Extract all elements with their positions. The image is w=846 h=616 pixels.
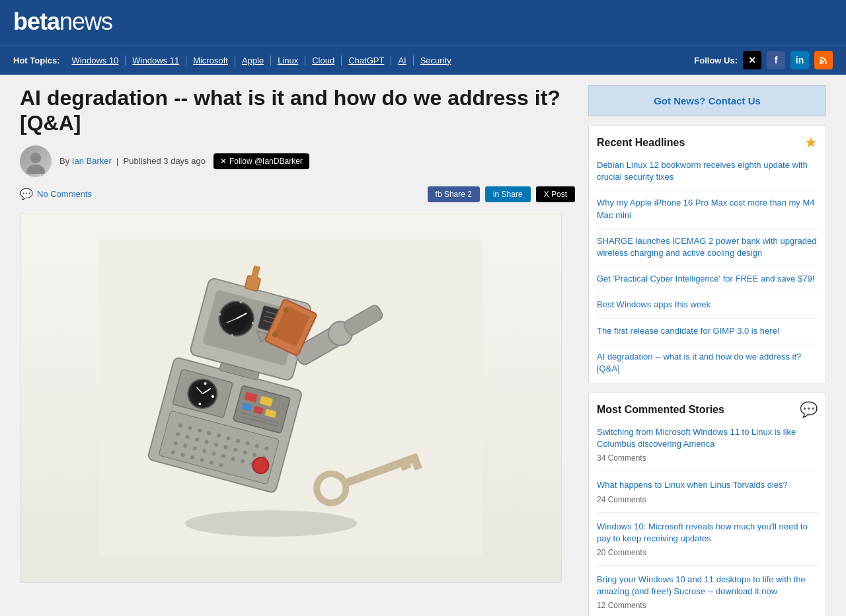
svg-point-1	[30, 153, 41, 163]
recent-headline-3[interactable]: Get 'Practical Cyber Intelligence' for F…	[597, 273, 818, 292]
recent-headline-5[interactable]: The first release candidate for GIMP 3.0…	[597, 325, 818, 344]
article-meta: By Ian Barker | Published 3 days ago ✕ F…	[20, 145, 575, 177]
commented-story-link-2[interactable]: Windows 10: Microsoft reveals how much y…	[597, 521, 818, 545]
most-commented-header: Most Commented Stories 💬	[597, 401, 818, 418]
recent-headline-6[interactable]: AI degradation -- what is it and how do …	[597, 351, 818, 375]
logo-bold: beta	[13, 8, 59, 35]
most-commented-section: Most Commented Stories 💬 Switching from …	[588, 393, 826, 616]
nav-link-security[interactable]: Security	[414, 56, 458, 65]
recent-headlines-section: Recent Headlines ★ Debian Linux 12 bookw…	[588, 126, 826, 383]
nav-link-cloud[interactable]: Cloud	[305, 56, 342, 65]
recent-headline-1[interactable]: Why my Apple iPhone 16 Pro Max cost more…	[597, 197, 818, 228]
got-news-link[interactable]: Got News? Contact Us	[654, 95, 761, 106]
facebook-social-icon[interactable]: f	[767, 51, 785, 69]
twitter-social-icon[interactable]: ✕	[743, 51, 761, 69]
svg-point-0	[820, 61, 822, 64]
comment-icon: 💬	[20, 188, 33, 200]
follow-us-section: Follow Us: ✕ f in	[694, 51, 833, 69]
commented-story-link-1[interactable]: What happens to Linux when Linus Torvald…	[597, 479, 818, 491]
nav-link-apple[interactable]: Apple	[235, 56, 271, 65]
nav-link-linux[interactable]: Linux	[271, 56, 305, 65]
recent-headlines-title: Recent Headlines	[597, 137, 685, 149]
author-info: By Ian Barker | Published 3 days ago	[59, 156, 206, 166]
published-date: Published 3 days ago	[124, 156, 206, 166]
hot-topics-label: Hot Topics:	[13, 56, 60, 65]
linkedin-social-icon[interactable]: in	[790, 51, 809, 69]
twitter-x-icon: ✕	[220, 157, 227, 166]
commented-story-link-0[interactable]: Switching from Microsoft Windows 11 to L…	[597, 426, 818, 450]
nav-link-chatgpt[interactable]: ChatGPT	[342, 56, 391, 65]
comment-count-0: 34 Comments	[597, 453, 646, 463]
recent-headline-0[interactable]: Debian Linux 12 bookworm receives eighth…	[597, 159, 818, 190]
comments-link[interactable]: 💬 No Comments	[20, 188, 92, 200]
comments-label: No Comments	[37, 189, 92, 199]
linkedin-share-button[interactable]: in Share	[485, 186, 531, 202]
commented-story-3: Bring your Windows 10 and 11 desktops to…	[597, 574, 818, 610]
got-news-box: Got News? Contact Us	[588, 85, 826, 116]
recent-headline-4[interactable]: Best Windows apps this week	[597, 299, 818, 318]
author-link[interactable]: Ian Barker	[72, 156, 112, 166]
robot-illustration	[20, 213, 561, 582]
author-avatar	[20, 145, 52, 177]
logo-normal: news	[59, 8, 112, 35]
svg-rect-79	[245, 275, 260, 291]
commented-story-1: What happens to Linux when Linus Torvald…	[597, 479, 818, 512]
commented-story-link-3[interactable]: Bring your Windows 10 and 11 desktops to…	[597, 574, 818, 597]
comment-count-3: 12 Comments	[597, 601, 646, 610]
comment-count-1: 24 Comments	[597, 495, 646, 504]
sidebar: Got News? Contact Us Recent Headlines ★ …	[588, 85, 826, 616]
commented-story-2: Windows 10: Microsoft reveals how much y…	[597, 521, 818, 566]
x-post-button[interactable]: X Post	[536, 186, 575, 202]
article-area: AI degradation -- what is it and how do …	[20, 85, 575, 616]
nav-link-windows11[interactable]: Windows 11	[126, 56, 186, 65]
svg-point-4	[185, 510, 357, 537]
follow-us-label: Follow Us:	[694, 56, 738, 65]
svg-point-2	[26, 165, 45, 174]
article-title: AI degradation -- what is it and how do …	[20, 85, 575, 136]
twitter-follow-label: Follow @IanDBarker	[229, 157, 303, 166]
recent-headlines-header: Recent Headlines ★	[597, 134, 818, 151]
site-header: betanews	[0, 0, 846, 45]
comment-bubble-icon: 💬	[800, 401, 818, 418]
most-commented-title: Most Commented Stories	[597, 404, 724, 416]
main-content: AI degradation -- what is it and how do …	[7, 75, 839, 616]
nav-link-microsoft[interactable]: Microsoft	[186, 56, 235, 65]
star-icon: ★	[804, 134, 818, 151]
social-share-bar: 💬 No Comments fb Share 2 in Share X Post	[20, 186, 575, 202]
rss-social-icon[interactable]	[814, 51, 833, 69]
comment-count-2: 20 Comments	[597, 548, 646, 557]
avatar-placeholder	[20, 145, 52, 177]
robot-svg	[99, 239, 482, 557]
site-logo[interactable]: betanews	[13, 8, 833, 36]
nav-link-windows10[interactable]: Windows 10	[65, 56, 126, 65]
nav-link-ai[interactable]: AI	[391, 56, 413, 65]
navbar: Hot Topics: Windows 10 Windows 11 Micros…	[0, 45, 846, 75]
commented-story-0: Switching from Microsoft Windows 11 to L…	[597, 426, 818, 471]
facebook-share-button[interactable]: fb Share 2	[428, 186, 480, 202]
twitter-follow-button[interactable]: ✕ Follow @IanDBarker	[213, 153, 309, 169]
article-image	[20, 213, 562, 583]
recent-headline-2[interactable]: SHARGE launches ICEMAG 2 power bank with…	[597, 235, 818, 266]
